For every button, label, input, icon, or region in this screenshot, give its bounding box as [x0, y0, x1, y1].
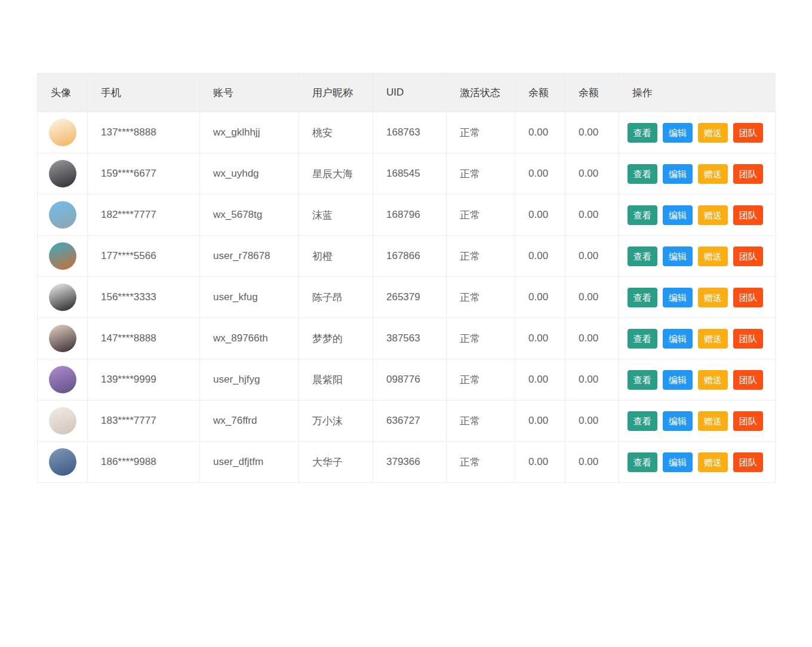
gift-button[interactable]: 赠送: [698, 123, 728, 143]
status-cell: 正常: [447, 318, 515, 359]
team-button[interactable]: 团队: [733, 329, 763, 349]
user-avatar: [49, 119, 76, 146]
phone-cell: 177****5566: [88, 236, 200, 277]
status-cell: 正常: [447, 112, 515, 153]
phone-cell: 139****9999: [88, 359, 200, 400]
avatar-cell: [38, 442, 88, 483]
uid-cell: 387563: [373, 318, 447, 359]
edit-button[interactable]: 编辑: [663, 329, 693, 349]
balance-cell: 0.00: [565, 236, 619, 277]
balance-cell: 0.00: [565, 195, 619, 236]
balance-cell: 0.00: [565, 318, 619, 359]
user-table: 头像 手机 账号 用户昵称 UID 激活状态 余额 余额 操作 137****8…: [37, 73, 776, 483]
team-button[interactable]: 团队: [733, 247, 763, 266]
balance-cell: 0.00: [515, 195, 565, 236]
balance-cell: 0.00: [515, 112, 565, 153]
edit-button[interactable]: 编辑: [663, 164, 693, 184]
view-button[interactable]: 查看: [628, 411, 657, 431]
uid-cell: 098776: [373, 359, 447, 400]
balance-cell: 0.00: [565, 359, 619, 400]
avatar-cell: [38, 112, 88, 153]
phone-cell: 182****7777: [88, 195, 200, 236]
team-button[interactable]: 团队: [733, 411, 763, 431]
view-button[interactable]: 查看: [628, 329, 657, 349]
user-avatar: [49, 160, 76, 187]
view-button[interactable]: 查看: [628, 370, 657, 390]
balance-cell: 0.00: [565, 153, 619, 195]
table-row: 156****3333 user_kfug 陈子昂 265379 正常 0.00…: [38, 277, 776, 318]
nickname-cell: 初橙: [299, 236, 373, 277]
edit-button[interactable]: 编辑: [663, 123, 693, 143]
account-cell: wx_uyhdg: [200, 153, 299, 195]
actions-cell: 查看编辑赠送团队: [619, 442, 776, 483]
status-cell: 正常: [447, 400, 515, 442]
nickname-cell: 星辰大海: [299, 153, 373, 195]
balance-cell: 0.00: [565, 277, 619, 318]
user-avatar: [49, 366, 76, 393]
account-cell: user_r78678: [200, 236, 299, 277]
phone-cell: 137****8888: [88, 112, 200, 153]
nickname-cell: 沫蓝: [299, 195, 373, 236]
gift-button[interactable]: 赠送: [698, 288, 728, 307]
status-cell: 正常: [447, 277, 515, 318]
actions-cell: 查看编辑赠送团队: [619, 112, 776, 153]
account-cell: wx_5678tg: [200, 195, 299, 236]
team-button[interactable]: 团队: [733, 205, 763, 225]
account-cell: user_kfug: [200, 277, 299, 318]
avatar-cell: [38, 195, 88, 236]
actions-cell: 查看编辑赠送团队: [619, 195, 776, 236]
view-button[interactable]: 查看: [628, 123, 657, 143]
status-cell: 正常: [447, 442, 515, 483]
actions-cell: 查看编辑赠送团队: [619, 277, 776, 318]
table-row: 139****9999 user_hjfyg 晨紫阳 098776 正常 0.0…: [38, 359, 776, 400]
user-avatar: [49, 448, 76, 476]
team-button[interactable]: 团队: [733, 452, 763, 472]
gift-button[interactable]: 赠送: [698, 329, 728, 349]
col-header-phone: 手机: [88, 73, 200, 112]
col-header-avatar: 头像: [38, 73, 88, 112]
account-cell: wx_gklhhjj: [200, 112, 299, 153]
edit-button[interactable]: 编辑: [663, 452, 693, 472]
table-row: 186****9988 user_dfjtfm 大华子 379366 正常 0.…: [38, 442, 776, 483]
gift-button[interactable]: 赠送: [698, 164, 728, 184]
view-button[interactable]: 查看: [628, 247, 657, 266]
balance-cell: 0.00: [515, 318, 565, 359]
view-button[interactable]: 查看: [628, 205, 657, 225]
edit-button[interactable]: 编辑: [663, 288, 693, 307]
view-button[interactable]: 查看: [628, 452, 657, 472]
user-avatar: [49, 201, 76, 229]
avatar-cell: [38, 400, 88, 442]
col-header-status: 激活状态: [447, 73, 515, 112]
balance-cell: 0.00: [565, 112, 619, 153]
uid-cell: 379366: [373, 442, 447, 483]
team-button[interactable]: 团队: [733, 288, 763, 307]
table-row: 159****6677 wx_uyhdg 星辰大海 168545 正常 0.00…: [38, 153, 776, 195]
team-button[interactable]: 团队: [733, 164, 763, 184]
status-cell: 正常: [447, 359, 515, 400]
avatar-cell: [38, 153, 88, 195]
balance-cell: 0.00: [515, 442, 565, 483]
status-cell: 正常: [447, 195, 515, 236]
gift-button[interactable]: 赠送: [698, 205, 728, 225]
nickname-cell: 梦梦的: [299, 318, 373, 359]
col-header-actions: 操作: [619, 73, 776, 112]
uid-cell: 167866: [373, 236, 447, 277]
uid-cell: 168796: [373, 195, 447, 236]
view-button[interactable]: 查看: [628, 288, 657, 307]
team-button[interactable]: 团队: [733, 123, 763, 143]
gift-button[interactable]: 赠送: [698, 370, 728, 390]
user-avatar: [49, 242, 76, 270]
gift-button[interactable]: 赠送: [698, 452, 728, 472]
edit-button[interactable]: 编辑: [663, 370, 693, 390]
edit-button[interactable]: 编辑: [663, 205, 693, 225]
status-cell: 正常: [447, 153, 515, 195]
view-button[interactable]: 查看: [628, 164, 657, 184]
team-button[interactable]: 团队: [733, 370, 763, 390]
col-header-balance-1: 余额: [515, 73, 565, 112]
edit-button[interactable]: 编辑: [663, 247, 693, 266]
gift-button[interactable]: 赠送: [698, 247, 728, 266]
gift-button[interactable]: 赠送: [698, 411, 728, 431]
col-header-nickname: 用户昵称: [299, 73, 373, 112]
edit-button[interactable]: 编辑: [663, 411, 693, 431]
balance-cell: 0.00: [565, 400, 619, 442]
